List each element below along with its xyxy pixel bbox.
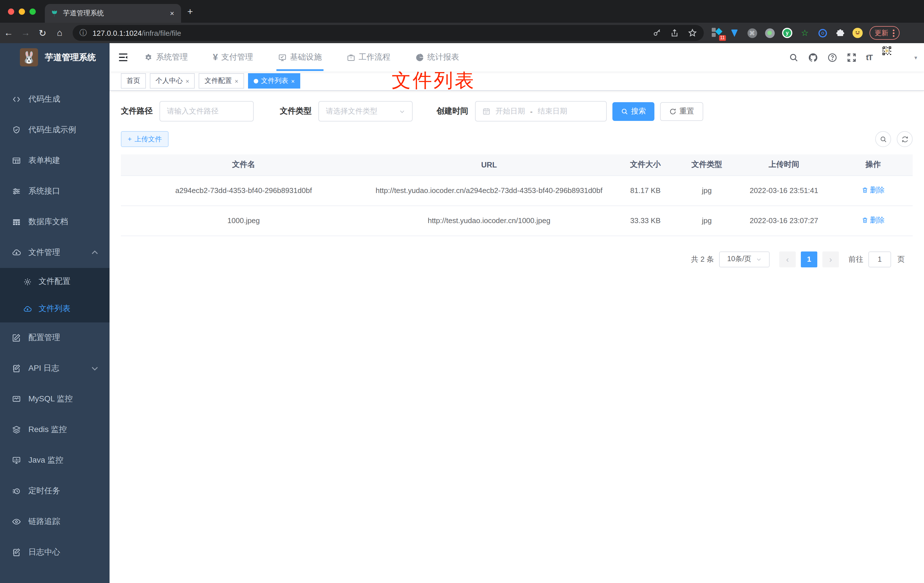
sidebar-item-java-monitor[interactable]: Java 监控 [0,445,109,476]
active-dot-icon [254,79,258,83]
sidebar-item-db-doc[interactable]: 数据库文档 [0,206,109,237]
show-search-toggle-button[interactable] [875,131,891,147]
page-number-1[interactable]: 1 [801,251,817,268]
puzzle-extension-icon[interactable] [835,28,845,38]
col-header-action: 操作 [833,154,912,175]
col-header-type: 文件类型 [679,154,734,175]
page-size-select[interactable]: 10条/页 [719,251,770,268]
file-path-label: 文件路径 [121,106,153,116]
refresh-table-button[interactable] [897,131,912,147]
sidebar-item-file-config[interactable]: 文件配置 [0,268,109,295]
top-menu-infra[interactable]: 基础设施 [278,43,322,71]
bookmark-star-icon[interactable] [688,28,697,38]
reset-button[interactable]: 重置 [660,102,703,121]
emoji-extension-icon[interactable] [853,28,863,38]
top-menu-pay[interactable]: ¥ 支付管理 [213,43,253,71]
display-chart-icon [12,456,21,465]
sidebar-item-file-list[interactable]: 文件列表 [0,295,109,322]
code-icon [12,95,21,104]
github-icon[interactable] [808,53,818,62]
fullscreen-icon[interactable] [847,53,856,62]
sidebar-item-code-gen[interactable]: 代码生成 [0,84,109,115]
next-icon: › [829,254,832,264]
tag-file-list[interactable]: 文件列表 × [248,73,300,89]
help-icon[interactable] [828,53,837,62]
file-path-input[interactable]: 请输入文件路径 [160,101,254,122]
sidebar-item-file-manage[interactable]: 文件管理 [0,237,109,268]
tab-close-icon[interactable]: × [169,9,175,18]
cell-file-type: jpg [679,205,734,236]
star-extension-icon[interactable]: ☆ [800,28,810,38]
table-toolbar: + 上传文件 [121,131,912,147]
date-range-picker[interactable]: 开始日期 - 结束日期 [475,101,607,122]
browser-titlebar: 芋道管理系统 × + [0,0,924,23]
refresh-icon [669,107,676,115]
sidebar-item-system-api[interactable]: 系统接口 [0,176,109,206]
pagination: 共 2 条 10条/页 ‹ 1 › 前往 1 页 [121,251,912,268]
prev-page-button[interactable]: ‹ [779,251,796,268]
sidebar-item-scheduled-task[interactable]: 定时任务 [0,476,109,506]
reload-icon[interactable]: ↻ [34,28,51,38]
app-window: 🐰 芋道管理系统 代码生成 代码生成示例 表单构建 系统接口 [0,43,924,583]
top-menu-workflow[interactable]: 工作流程 [347,43,391,71]
total-count: 共 2 条 [691,254,714,264]
timer-icon [12,487,21,495]
command-extension-icon[interactable]: ⌘ [747,28,757,38]
browser-menu-icon[interactable] [893,29,894,36]
close-icon[interactable]: × [235,78,238,84]
address-bar[interactable]: ⓘ 127.0.0.1:1024/infra/file/file [73,25,704,41]
sidebar-item-config-manage[interactable]: 配置管理 [0,322,109,353]
search-button[interactable]: 搜索 [612,102,654,121]
site-info-icon[interactable]: ⓘ [79,28,87,38]
tags-view-bar: 首页 个人中心 × 文件配置 × 文件列表 × 文件列表 [109,71,924,91]
sidebar-item-mysql-monitor[interactable]: MySQL 监控 [0,384,109,415]
date-separator: - [530,107,533,116]
user-avatar-qr[interactable] [882,46,905,69]
collapse-sidebar-icon[interactable] [118,53,128,62]
sidebar-logo-row[interactable]: 🐰 芋道管理系统 [0,43,109,71]
delete-button[interactable]: 删除 [861,214,884,226]
update-label: 更新 [874,28,888,38]
file-type-label: 文件类型 [280,106,312,116]
sidebar-item-redis-monitor[interactable]: Redis 监控 [0,415,109,445]
zoom-window-button[interactable] [30,8,36,15]
top-menu-report[interactable]: 统计报表 [416,43,459,71]
delete-button[interactable]: 删除 [861,183,884,196]
top-menu-system[interactable]: 系统管理 [144,43,188,71]
tabs-extension-icon[interactable]: 11 [712,28,722,38]
trash-icon [861,187,868,193]
sidebar-item-log-center[interactable]: 日志中心 [0,537,109,568]
file-type-select[interactable]: 请选择文件类型 [318,101,412,122]
close-icon[interactable]: × [291,78,295,84]
tag-file-config[interactable]: 文件配置 × [199,73,244,89]
password-key-icon[interactable] [653,29,661,37]
eye-extension-icon[interactable] [817,28,828,38]
goto-page-input[interactable]: 1 [868,251,891,268]
sidebar-item-code-demo[interactable]: 代码生成示例 [0,115,109,145]
back-icon[interactable]: ← [0,28,17,38]
home-icon[interactable]: ⌂ [51,28,68,38]
search-icon[interactable] [789,53,799,62]
sidebar-item-form-builder[interactable]: 表单构建 [0,145,109,176]
sidebar-item-trace[interactable]: 链路追踪 [0,506,109,537]
gem-extension-icon[interactable] [729,28,739,38]
tag-profile[interactable]: 个人中心 × [150,73,195,89]
font-size-icon[interactable]: tT [866,53,872,62]
next-page-button[interactable]: › [822,251,839,268]
dot-extension-icon[interactable] [764,28,775,38]
y-extension-icon[interactable]: y [782,28,792,38]
forward-icon[interactable]: → [17,28,34,38]
close-icon[interactable]: × [186,78,189,84]
browser-toolbar: ← → ↻ ⌂ ⓘ 127.0.0.1:1024/infra/file/file… [0,23,924,43]
tag-home[interactable]: 首页 [121,73,146,89]
minimize-window-button[interactable] [19,8,25,15]
sidebar-menu: 代码生成 代码生成示例 表单构建 系统接口 数据库文档 [0,84,109,568]
close-window-button[interactable] [8,8,14,15]
sidebar-item-api-log[interactable]: API 日志 [0,353,109,384]
avatar-caret-icon[interactable]: ▾ [914,54,917,61]
upload-file-button[interactable]: + 上传文件 [121,131,168,147]
share-icon[interactable] [670,29,679,37]
browser-update-button[interactable]: 更新 [870,26,899,40]
new-tab-button[interactable]: + [187,7,193,17]
browser-tab[interactable]: 芋道管理系统 × [45,4,181,23]
